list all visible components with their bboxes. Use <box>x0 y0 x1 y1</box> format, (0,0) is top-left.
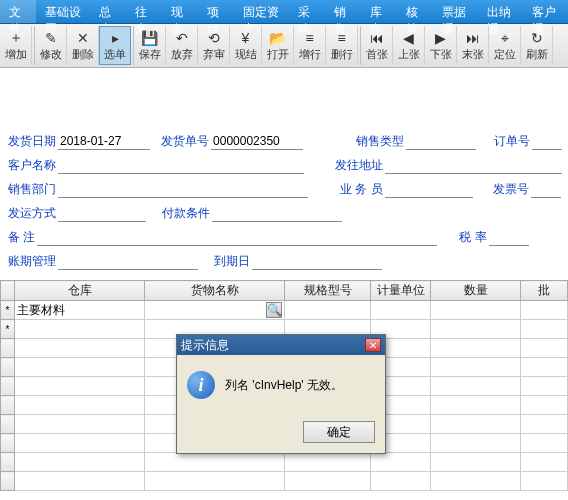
tool-locate[interactable]: ⌖定位 <box>489 26 521 65</box>
col-spec[interactable]: 规格型号 <box>285 281 371 301</box>
menu-project[interactable]: 项目 <box>198 0 234 23</box>
salesman-input[interactable] <box>385 180 473 198</box>
tool-edit[interactable]: ✎修改 <box>35 26 67 65</box>
tool-last[interactable]: ⏭末张 <box>457 26 489 65</box>
menu-calc[interactable]: 核算 <box>397 0 433 23</box>
save-icon: 💾 <box>140 29 160 47</box>
close-icon: ✕ <box>369 340 377 351</box>
info-icon: i <box>187 371 215 399</box>
due-date-input[interactable] <box>252 252 382 270</box>
credit-input[interactable] <box>58 252 198 270</box>
ship-date-label: 发货日期 <box>6 133 58 150</box>
menu-customer[interactable]: 客户通 <box>523 0 568 23</box>
credit-label: 账期管理 <box>6 253 58 270</box>
edit-icon: ✎ <box>41 29 61 47</box>
invoice-no-label: 发票号 <box>491 181 531 198</box>
menu-file[interactable]: 文件 <box>0 0 36 23</box>
menu-ar[interactable]: 往来 <box>126 0 162 23</box>
row-selector[interactable]: * <box>1 301 15 320</box>
addrow-icon: ≡ <box>300 29 320 47</box>
col-unit[interactable]: 计量单位 <box>371 281 431 301</box>
tool-settle[interactable]: ¥现结 <box>230 26 262 65</box>
invoice-no-input[interactable] <box>531 180 561 198</box>
menubar: 文件 基础设置 总账 往来 现金 项目 固定资产 采购 销售 库存 核算 票据通… <box>0 0 568 24</box>
tool-open[interactable]: 📂打开 <box>262 26 294 65</box>
ship-addr-label: 发往地址 <box>333 157 385 174</box>
next-icon: ▶ <box>431 29 451 47</box>
tool-refresh[interactable]: ↻刷新 <box>521 26 553 65</box>
form-area: 发货日期 发货单号 销售类型 订单号 客户名称 发往地址 销售部门 业 务 员 … <box>0 124 568 280</box>
menu-purchase[interactable]: 采购 <box>289 0 325 23</box>
ship-method-label: 发运方式 <box>6 205 58 222</box>
tool-addrow[interactable]: ≡增行 <box>294 26 326 65</box>
tool-prev[interactable]: ◀上张 <box>393 26 425 65</box>
table-row[interactable] <box>1 472 568 491</box>
row-selector-header <box>1 281 15 301</box>
dialog-close-button[interactable]: ✕ <box>365 338 381 352</box>
ship-addr-input[interactable] <box>385 156 562 174</box>
tool-delete[interactable]: ✕删除 <box>67 26 99 65</box>
pay-terms-label: 付款条件 <box>160 205 212 222</box>
menu-inventory[interactable]: 库存 <box>361 0 397 23</box>
document-icon: ▸ <box>105 29 125 47</box>
refresh-icon: ↻ <box>527 29 547 47</box>
ok-button[interactable]: 确定 <box>303 421 375 443</box>
delete-icon: ✕ <box>73 29 93 47</box>
tax-rate-input[interactable] <box>489 228 529 246</box>
tool-next[interactable]: ▶下张 <box>425 26 457 65</box>
sale-type-input[interactable] <box>406 132 476 150</box>
tax-rate-label: 税 率 <box>457 229 488 246</box>
salesman-label: 业 务 员 <box>338 181 385 198</box>
plus-icon: ＋ <box>6 29 26 47</box>
lookup-button[interactable]: 🔍 <box>266 302 282 318</box>
menu-cash[interactable]: 现金 <box>162 0 198 23</box>
order-no-input[interactable] <box>532 132 562 150</box>
sale-type-label: 销售类型 <box>354 133 406 150</box>
tool-abandon[interactable]: ↶放弃 <box>166 26 198 65</box>
menu-bill[interactable]: 票据通 <box>433 0 478 23</box>
ship-no-input[interactable] <box>211 132 303 150</box>
remark-input[interactable] <box>37 228 437 246</box>
menu-ledger[interactable]: 总账 <box>90 0 126 23</box>
last-icon: ⏭ <box>463 29 483 47</box>
tool-delrow[interactable]: ≡删行 <box>326 26 358 65</box>
pay-terms-input[interactable] <box>212 204 342 222</box>
cell-goods[interactable]: 🔍 <box>145 301 285 320</box>
tool-select[interactable]: ▸选单 <box>99 26 131 65</box>
tool-first[interactable]: ⏮首张 <box>361 26 393 65</box>
tool-add[interactable]: ＋增加 <box>0 26 32 65</box>
toolbar: ＋增加 ✎修改 ✕删除 ▸选单 💾保存 ↶放弃 ⟲弃审 ¥现结 📂打开 ≡增行 … <box>0 24 568 68</box>
sale-dept-input[interactable] <box>58 180 308 198</box>
search-icon: 🔍 <box>267 303 282 317</box>
due-date-label: 到期日 <box>212 253 252 270</box>
ship-method-input[interactable] <box>58 204 146 222</box>
table-row[interactable] <box>1 453 568 472</box>
tool-save[interactable]: 💾保存 <box>134 26 166 65</box>
ship-date-input[interactable] <box>58 132 150 150</box>
cell-spec[interactable] <box>285 301 371 320</box>
table-row[interactable]: * 主要材料 🔍 <box>1 301 568 320</box>
menu-fa[interactable]: 固定资产 <box>234 0 288 23</box>
col-goods[interactable]: 货物名称 <box>145 281 285 301</box>
message-dialog: 提示信息 ✕ i 列名 'cInvHelp' 无效。 确定 <box>176 334 386 454</box>
dialog-titlebar[interactable]: 提示信息 ✕ <box>177 335 385 355</box>
cell-warehouse[interactable]: 主要材料 <box>15 301 145 320</box>
tool-unapprove[interactable]: ⟲弃审 <box>198 26 230 65</box>
menu-sales[interactable]: 销售 <box>325 0 361 23</box>
revert-icon: ⟲ <box>204 29 224 47</box>
menu-base[interactable]: 基础设置 <box>36 0 90 23</box>
dialog-title-text: 提示信息 <box>181 337 229 354</box>
ship-no-label: 发货单号 <box>159 133 211 150</box>
col-qty[interactable]: 数量 <box>431 281 521 301</box>
money-icon: ¥ <box>236 29 256 47</box>
delrow-icon: ≡ <box>332 29 352 47</box>
cust-name-input[interactable] <box>58 156 304 174</box>
col-warehouse[interactable]: 仓库 <box>15 281 145 301</box>
sale-dept-label: 销售部门 <box>6 181 58 198</box>
cust-name-label: 客户名称 <box>6 157 58 174</box>
first-icon: ⏮ <box>367 29 387 47</box>
dialog-message: 列名 'cInvHelp' 无效。 <box>225 377 343 394</box>
menu-cashier[interactable]: 出纳通 <box>478 0 523 23</box>
col-batch[interactable]: 批 <box>521 281 568 301</box>
order-no-label: 订单号 <box>492 133 532 150</box>
